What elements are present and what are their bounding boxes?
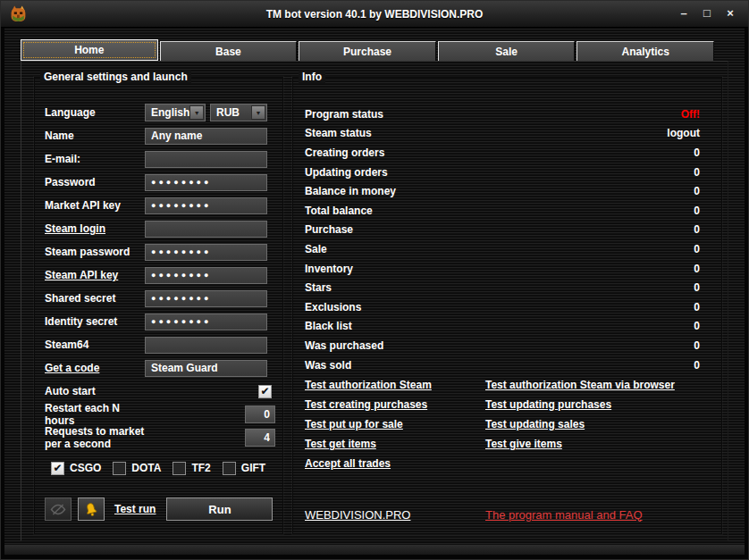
email-field[interactable] <box>145 151 267 168</box>
email-row: E-mail: <box>45 147 276 171</box>
csgo-checkbox[interactable] <box>51 462 64 475</box>
tab-purchase[interactable]: Purchase <box>299 41 436 61</box>
stat-row: Program status Off! <box>305 104 700 124</box>
maximize-button[interactable]: □ <box>700 5 714 21</box>
restart-hours-field[interactable] <box>245 405 275 423</box>
window-controls: – □ × <box>677 5 737 21</box>
notification-button[interactable] <box>78 497 105 521</box>
password-field[interactable] <box>145 174 267 191</box>
tab-sale[interactable]: Sale <box>438 41 576 61</box>
stat-value: 0 <box>694 339 700 352</box>
steam64-row: Steam64 <box>45 333 276 356</box>
identity-secret-field[interactable] <box>145 313 267 330</box>
identity-secret-label: Identity secret <box>45 315 145 328</box>
info-groupbox: Info Program status Off! Steam status lo… <box>292 77 722 534</box>
stat-value: 0 <box>694 359 700 372</box>
stat-row: Stars 0 <box>305 278 700 297</box>
manual-faq-link[interactable]: The program manual and FAQ <box>485 508 643 522</box>
test-updating-sales-link[interactable]: Test updating sales <box>485 418 585 430</box>
minimize-button[interactable]: – <box>677 5 691 21</box>
steam-guard-field[interactable] <box>145 360 267 377</box>
steam-login-link[interactable]: Steam login <box>45 222 145 235</box>
test-creating-purchases-link[interactable]: Test creating purchases <box>305 398 427 411</box>
stat-value: 0 <box>694 185 700 197</box>
close-button[interactable]: × <box>723 5 737 21</box>
app-window: TM bot version 40.1 by WEBDIVISION.PRO –… <box>0 0 749 560</box>
auto-start-checkbox[interactable] <box>258 385 272 398</box>
steam64-field[interactable] <box>145 337 267 354</box>
game-tf2: TF2 <box>173 462 210 475</box>
steam-login-row: Steam login <box>45 217 276 240</box>
csgo-label: CSGO <box>70 462 101 474</box>
games-row: CSGO DOTA TF2 GIFT <box>45 456 276 480</box>
shared-secret-field[interactable] <box>145 290 267 307</box>
test-give-items-link[interactable]: Test give items <box>485 438 562 450</box>
chevron-down-icon[interactable]: ▼ <box>189 105 204 120</box>
stat-label: Black list <box>305 320 352 332</box>
steam-api-key-field[interactable] <box>145 267 267 284</box>
stat-row: Purchase 0 <box>305 221 700 240</box>
language-select[interactable]: English ▼ <box>145 104 206 121</box>
game-dota: DOTA <box>113 462 161 475</box>
test-updating-purchases-link[interactable]: Test updating purchases <box>485 398 611 411</box>
stat-row: Steam status logout <box>305 124 700 144</box>
hide-button[interactable] <box>45 497 72 521</box>
identity-secret-row: Identity secret <box>45 310 276 333</box>
steam-api-key-link[interactable]: Steam API key <box>45 269 145 281</box>
stat-label: Sale <box>305 243 327 255</box>
market-api-key-row: Market API key <box>45 194 276 217</box>
auto-start-label: Auto start <box>45 385 145 397</box>
get-a-code-row: Get a code <box>45 356 276 380</box>
steam-password-row: Steam password <box>45 240 276 263</box>
stat-row: Creating orders 0 <box>305 143 700 163</box>
tab-base[interactable]: Base <box>160 41 298 61</box>
name-field[interactable] <box>145 128 267 145</box>
shared-secret-row: Shared secret <box>45 287 276 310</box>
stat-row: Balance in money 0 <box>305 181 700 201</box>
stat-label: Program status <box>305 108 383 121</box>
general-settings-groupbox: General settings and launch Language Eng… <box>34 77 283 534</box>
webdivision-site-link[interactable]: WEBDIVISION.PRO <box>305 508 485 522</box>
steam-login-field[interactable] <box>145 221 267 238</box>
tab-analytics[interactable]: Analytics <box>576 41 714 61</box>
info-links: Test authorization Steam Test authorizat… <box>305 375 712 473</box>
home-tab-panel: General settings and launch Language Eng… <box>21 61 728 541</box>
dota-checkbox[interactable] <box>113 462 126 475</box>
general-settings-title: General settings and launch <box>40 71 191 83</box>
link-row: Test get items Test give items <box>305 434 712 454</box>
window-bottom-edge <box>4 545 745 555</box>
test-get-items-link[interactable]: Test get items <box>305 438 376 450</box>
market-api-key-field[interactable] <box>145 197 267 214</box>
currency-selected-value: RUB <box>216 106 240 119</box>
email-label: E-mail: <box>45 153 145 165</box>
stat-row: Sale 0 <box>305 239 700 259</box>
requests-per-second-field[interactable] <box>245 429 275 447</box>
test-authorization-steam-link[interactable]: Test authorization Steam <box>305 379 432 391</box>
stat-value: 0 <box>694 301 700 313</box>
get-a-code-link[interactable]: Get a code <box>45 362 145 374</box>
name-row: Name <box>45 124 276 147</box>
link-row: Accept all trades <box>305 454 712 473</box>
stat-row: Was sold 0 <box>305 355 700 375</box>
steam-password-field[interactable] <box>145 244 267 261</box>
chevron-down-icon[interactable]: ▼ <box>251 105 265 120</box>
currency-select[interactable]: RUB ▼ <box>210 104 267 121</box>
test-authorization-browser-link[interactable]: Test authorization Steam via browser <box>485 379 675 391</box>
gift-checkbox[interactable] <box>223 462 236 475</box>
stat-value: 0 <box>694 166 700 179</box>
stat-value: 0 <box>694 146 700 159</box>
test-put-up-for-sale-link[interactable]: Test put up for sale <box>305 418 403 430</box>
auto-start-row: Auto start <box>45 380 276 403</box>
stat-label: Exclusions <box>305 301 361 313</box>
language-label: Language <box>45 106 145 119</box>
run-button[interactable]: Run <box>166 497 273 521</box>
stat-label: Total balance <box>305 205 373 217</box>
stat-value: 0 <box>694 243 700 255</box>
gift-label: GIFT <box>241 462 265 474</box>
restart-label: Restart each N hours <box>45 402 145 427</box>
tf2-checkbox[interactable] <box>173 462 186 475</box>
accept-all-trades-link[interactable]: Accept all trades <box>305 457 391 470</box>
test-run-link[interactable]: Test run <box>114 503 156 515</box>
link-row: Test put up for sale Test updating sales <box>305 414 712 434</box>
tab-home[interactable]: Home <box>21 39 158 61</box>
